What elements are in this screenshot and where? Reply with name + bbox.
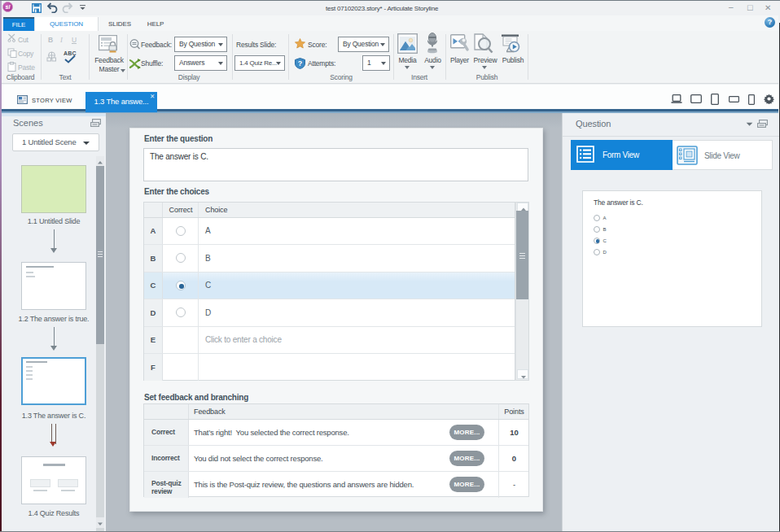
svg-text:?: ? xyxy=(298,59,303,68)
